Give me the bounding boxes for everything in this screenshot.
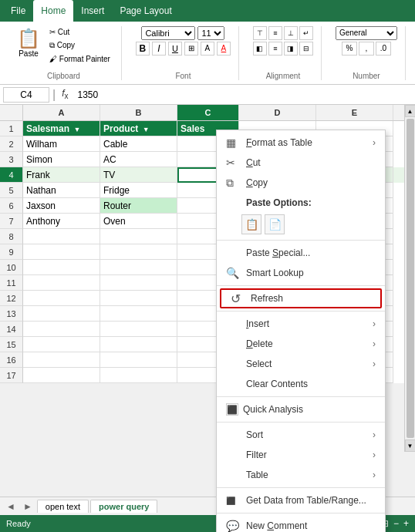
cell-7a[interactable]: Anthony [23,214,100,229]
cell-6b[interactable]: Router [100,198,177,214]
col-header-a[interactable]: A [23,105,100,120]
cell-3b[interactable]: AC [100,152,177,167]
sheet-tab-open-text[interactable]: open text [37,500,89,513]
menu-item-paste-special[interactable]: Paste Special... [217,243,385,263]
menu-item-clear-contents[interactable]: Clear Contents [217,374,385,394]
increase-decimal-button[interactable]: .0 [376,42,391,56]
ribbon: File Home Insert Page Layout 📋 Paste ✂ C… [0,0,415,85]
delete-arrow: › [373,338,376,349]
align-top-button[interactable]: ⊤ [253,26,267,40]
cell-2a[interactable]: Wilham [23,136,100,152]
font-color-button[interactable]: A [217,42,231,56]
copy-icon: ⧉ [226,177,241,190]
align-middle-button[interactable]: ≡ [268,26,282,40]
align-center-button[interactable]: ≡ [268,42,282,56]
menu-item-paste-options-label: Paste Options: [217,193,385,213]
paste-icon-1[interactable]: 📋 [241,214,261,234]
cell-5b[interactable]: Fridge [100,183,177,198]
wrap-text-button[interactable]: ↵ [299,26,313,40]
align-bottom-button[interactable]: ⊥ [284,26,298,40]
cell-6a[interactable]: Jaxson [23,198,100,214]
zoom-out-icon[interactable]: − [393,518,399,529]
menu-item-quick-analysis[interactable]: ⬛ Quick Analysis [217,399,385,419]
row-num-2: 2 [0,136,23,152]
menu-item-delete[interactable]: Delete › [217,334,385,354]
menu-label-refresh: Refresh [251,293,283,304]
scroll-down-button[interactable]: ▼ [405,439,416,452]
cell-4b[interactable]: TV [100,167,177,183]
format-painter-button[interactable]: 🖌 Format Painter [46,53,113,65]
clipboard-label: Clipboard [47,72,80,80]
number-format-select[interactable]: General [336,26,397,40]
tab-page-layout[interactable]: Page Layout [112,0,179,22]
menu-item-refresh[interactable]: ↺ Refresh [220,288,382,308]
copy-button[interactable]: ⧉ Copy [46,39,113,52]
menu-label-select: Select [246,359,272,369]
sheet-nav-left[interactable]: ◄ [3,501,19,512]
get-data-icon: ⬛ [226,497,241,505]
font-family-select[interactable]: Calibri [141,26,195,40]
vertical-scrollbar[interactable]: ▲ ▼ [404,105,415,452]
row-num-3: 3 [0,152,23,167]
menu-item-filter[interactable]: Filter › [217,445,385,465]
header-product[interactable]: Product ▼ [100,121,177,136]
col-header-e[interactable]: E [316,105,393,120]
menu-label-copy: Copy [246,177,268,188]
formula-input[interactable] [75,89,413,100]
row-num-header [0,105,23,120]
cell-reference-input[interactable] [3,87,49,103]
col-header-b[interactable]: B [100,105,177,120]
cell-4a[interactable]: Frank [23,167,100,183]
italic-button[interactable]: I [152,42,166,56]
fill-color-button[interactable]: A [201,42,214,56]
align-right-button[interactable]: ◨ [284,42,298,56]
menu-item-get-data[interactable]: ⬛ Get Data from Table/Range... [217,490,385,510]
menu-item-smart-lookup[interactable]: 🔍 Smart Lookup [217,263,385,283]
menu-item-format-as-table[interactable]: ▦ Format as Table › [217,133,385,153]
column-headers: A B C D E [0,105,415,121]
tab-home[interactable]: Home [33,0,73,22]
row-num-6: 6 [0,198,23,214]
separator-2 [217,285,385,286]
header-salesman[interactable]: Salesman ▼ [23,121,100,136]
tab-insert[interactable]: Insert [73,0,112,22]
cell-2b[interactable]: Cable [100,136,177,152]
font-size-select[interactable]: 11 [197,26,224,40]
paste-button[interactable]: 📋 Paste [14,26,43,65]
menu-item-sort[interactable]: Sort › [217,425,385,445]
col-header-c[interactable]: C [177,105,239,120]
cell-5a[interactable]: Nathan [23,183,100,198]
align-left-button[interactable]: ◧ [253,42,267,56]
underline-button[interactable]: U [168,42,182,56]
border-button[interactable]: ⊞ [184,42,198,56]
menu-item-cut[interactable]: ✂ Cut [217,153,385,173]
menu-item-copy[interactable]: ⧉ Copy [217,173,385,193]
separator-7 [217,513,385,513]
menu-item-select[interactable]: Select › [217,354,385,374]
scroll-up-button[interactable]: ▲ [405,105,416,117]
filter-icon-salesman[interactable]: ▼ [73,126,80,133]
menu-item-insert[interactable]: Insert › [217,314,385,334]
zoom-in-icon[interactable]: + [403,518,409,529]
table-arrow: › [373,470,376,480]
paste-icon-2[interactable]: 📄 [265,214,285,234]
col-header-d[interactable]: D [239,105,316,120]
sort-arrow: › [373,429,376,440]
comma-button[interactable]: , [359,42,374,56]
sheet-tab-power-query[interactable]: power query [90,500,157,513]
menu-item-table[interactable]: Table › [217,465,385,485]
bold-button[interactable]: B [136,42,150,56]
cut-button[interactable]: ✂ Cut [46,26,113,38]
cell-3a[interactable]: Simon [23,152,100,167]
scroll-thumb[interactable] [407,119,414,438]
menu-label-new-comment: New Comment [246,520,307,531]
percent-button[interactable]: % [342,42,357,56]
menu-label-sort: Sort [246,429,263,440]
menu-item-new-comment[interactable]: 💬 New Comment [217,516,385,532]
filter-icon-product[interactable]: ▼ [143,126,150,133]
sheet-nav-right[interactable]: ► [20,501,35,512]
menu-label-delete: Delete [246,338,273,349]
tab-file[interactable]: File [3,0,33,22]
cell-7b[interactable]: Oven [100,214,177,229]
merge-button[interactable]: ⊟ [299,42,313,56]
